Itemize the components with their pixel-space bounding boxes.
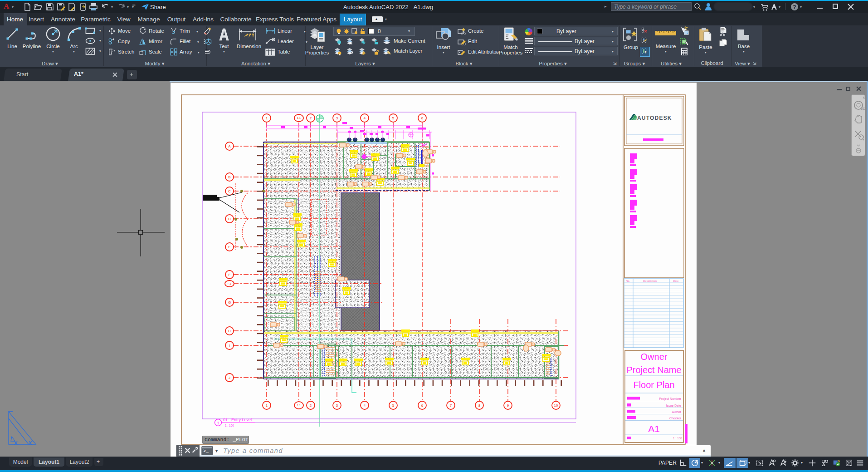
- svg-text:10: 10: [554, 403, 558, 408]
- svg-text:4: 4: [364, 116, 366, 120]
- svg-text:Floor Plan: Floor Plan: [633, 380, 674, 390]
- svg-text:F: F: [229, 273, 231, 277]
- svg-text:D: D: [228, 217, 231, 221]
- svg-text:6: 6: [421, 116, 424, 120]
- svg-text:A: A: [228, 144, 231, 148]
- svg-text:1: 1: [217, 421, 219, 425]
- svg-text:Author: Author: [672, 410, 681, 413]
- svg-text:A1: A1: [648, 423, 660, 434]
- svg-text:8: 8: [478, 403, 481, 408]
- svg-text:1 : 100: 1 : 100: [673, 437, 682, 440]
- svg-text:2D: 2D: [861, 107, 865, 111]
- svg-text:I: I: [229, 344, 230, 348]
- svg-text:5: 5: [392, 403, 395, 408]
- svg-text:J: J: [229, 376, 230, 380]
- svg-text:6: 6: [421, 403, 424, 408]
- svg-text:H: H: [228, 329, 231, 333]
- svg-text:3: 3: [336, 403, 338, 408]
- svg-text:Project Name: Project Name: [626, 365, 681, 375]
- svg-text:No.: No.: [626, 280, 630, 282]
- svg-text:?: ?: [793, 4, 796, 10]
- svg-text:1: 1: [266, 403, 268, 408]
- svg-text:C: C: [228, 189, 231, 193]
- svg-text:Project Number: Project Number: [659, 397, 681, 401]
- svg-text:01 - Entry Level: 01 - Entry Level: [223, 418, 252, 422]
- svg-text:4: 4: [364, 403, 366, 408]
- svg-text:3: 3: [336, 116, 338, 120]
- svg-text:1: 1: [266, 116, 268, 120]
- svg-text:Issue Date: Issue Date: [666, 404, 682, 407]
- svg-text:B: B: [228, 175, 230, 179]
- svg-text:7: 7: [450, 403, 452, 408]
- svg-text:G: G: [228, 300, 231, 305]
- svg-text:2: 2: [310, 116, 312, 120]
- svg-text:1.1: 1.1: [297, 404, 301, 407]
- svg-text:F.1: F.1: [228, 282, 232, 285]
- svg-text:Checker: Checker: [669, 417, 682, 420]
- svg-text:Owner: Owner: [641, 352, 668, 362]
- svg-text:E: E: [228, 245, 230, 249]
- svg-text:2: 2: [310, 403, 312, 408]
- svg-text:AUTODESK: AUTODESK: [637, 115, 672, 121]
- svg-text:9: 9: [507, 403, 509, 408]
- svg-text:Description: Description: [643, 280, 657, 282]
- svg-text:Date: Date: [673, 280, 679, 282]
- svg-text:1.1: 1.1: [297, 117, 301, 119]
- svg-text:1 : 100: 1 : 100: [225, 424, 234, 427]
- svg-text:5: 5: [392, 116, 395, 120]
